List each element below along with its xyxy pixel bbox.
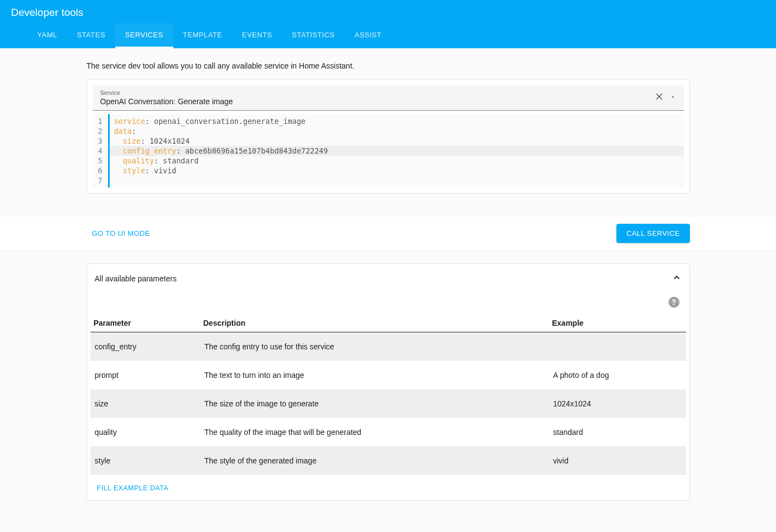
editor-gutter: 1234567 xyxy=(93,114,110,188)
tab-template[interactable]: TEMPLATE xyxy=(173,23,233,48)
cell-example xyxy=(549,332,686,361)
chevron-up-icon xyxy=(672,273,682,285)
cell-desc: The quality of the image that will be ge… xyxy=(200,418,549,446)
clear-icon[interactable] xyxy=(654,92,664,104)
service-field-value: OpenAI Conversation: Generate image xyxy=(100,97,654,106)
cell-desc: The config entry to use for this service xyxy=(200,332,549,361)
tab-yaml[interactable]: YAML xyxy=(27,23,67,48)
cell-param: style xyxy=(90,446,200,475)
tab-assist[interactable]: ASSIST xyxy=(344,23,391,48)
service-card: Service OpenAI Conversation: Generate im… xyxy=(87,79,690,194)
editor-code[interactable]: service: openai_conversation.generate_im… xyxy=(110,114,684,188)
dropdown-icon[interactable] xyxy=(670,93,676,103)
app-header: Developer tools YAMLSTATESSERVICESTEMPLA… xyxy=(0,0,776,48)
parameters-header[interactable]: All available parameters xyxy=(87,264,689,293)
code-line[interactable]: quality: standard xyxy=(114,156,679,166)
cell-desc: The style of the generated image xyxy=(200,446,549,475)
cell-desc: The size of the image to generate xyxy=(200,389,549,418)
params-col-parameter: Parameter xyxy=(90,314,200,332)
code-line[interactable]: config_entry: abce6b8696a15e107b4bd843de… xyxy=(110,146,684,156)
ui-mode-button[interactable]: GO TO UI MODE xyxy=(87,225,156,242)
code-line[interactable]: style: vivid xyxy=(114,166,679,176)
code-line[interactable]: data: xyxy=(114,126,679,136)
params-col-description: Description xyxy=(200,314,549,332)
cell-example: standard xyxy=(549,418,686,446)
page-description: The service dev tool allows you to call … xyxy=(87,48,690,79)
table-row: qualityThe quality of the image that wil… xyxy=(90,418,686,446)
call-service-button[interactable]: CALL SERVICE xyxy=(616,224,689,243)
yaml-editor[interactable]: 1234567 service: openai_conversation.gen… xyxy=(93,114,684,188)
cell-example: 1024x1024 xyxy=(549,389,686,418)
tab-statistics[interactable]: STATISTICS xyxy=(282,23,344,48)
service-selector[interactable]: Service OpenAI Conversation: Generate im… xyxy=(93,85,684,111)
cell-param: prompt xyxy=(90,361,200,389)
code-line[interactable]: size: 1024x1024 xyxy=(114,136,679,146)
tab-states[interactable]: STATES xyxy=(67,23,115,48)
cell-param: size xyxy=(90,389,200,418)
params-col-example: Example xyxy=(549,314,686,332)
table-row: config_entryThe config entry to use for … xyxy=(90,332,686,361)
fill-example-button[interactable]: FILL EXAMPLE DATA xyxy=(97,484,169,492)
code-line[interactable] xyxy=(114,176,679,185)
tab-services[interactable]: SERVICES xyxy=(115,23,173,48)
cell-param: quality xyxy=(90,418,200,446)
table-row: sizeThe size of the image to generate102… xyxy=(90,389,686,418)
help-icon[interactable]: ? xyxy=(669,297,679,308)
actions-bar: GO TO UI MODE CALL SERVICE xyxy=(0,216,776,251)
cell-example: vivid xyxy=(549,446,686,475)
cell-example: A photo of a dog xyxy=(549,361,686,389)
cell-param: config_entry xyxy=(90,332,200,361)
page-title: Developer tools xyxy=(0,0,776,23)
tab-events[interactable]: EVENTS xyxy=(232,23,282,48)
parameters-card: All available parameters ? Parameter Des… xyxy=(87,263,690,501)
service-field-label: Service xyxy=(100,89,654,96)
table-row: styleThe style of the generated imageviv… xyxy=(90,446,686,475)
parameters-title: All available parameters xyxy=(95,274,177,283)
cell-desc: The text to turn into an image xyxy=(200,361,549,389)
tabs-bar: YAMLSTATESSERVICESTEMPLATEEVENTSSTATISTI… xyxy=(0,23,776,48)
parameters-table: Parameter Description Example config_ent… xyxy=(90,314,686,475)
code-line[interactable]: service: openai_conversation.generate_im… xyxy=(114,116,679,126)
table-row: promptThe text to turn into an imageA ph… xyxy=(90,361,686,389)
